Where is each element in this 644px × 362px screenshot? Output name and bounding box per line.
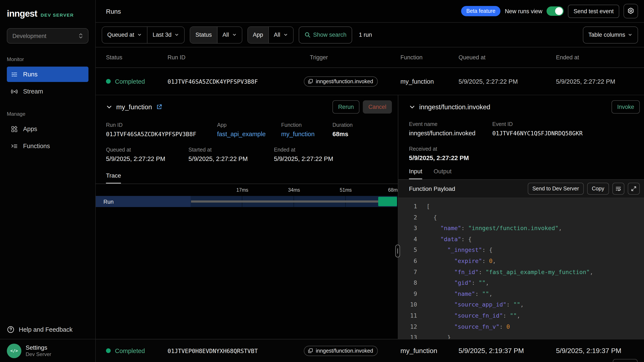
page-title: Runs (106, 7, 121, 15)
run-count: 1 run (359, 32, 372, 38)
run-id-field: Run ID 01JTVF46SA5ZCDK4YPFSPV3B8F (106, 122, 217, 138)
status-filter-value[interactable]: All (217, 27, 242, 43)
beta-feature-badge[interactable]: Beta feature (461, 6, 501, 16)
payload-title: Function Payload (409, 185, 455, 192)
app-value-text: All (274, 32, 280, 38)
trace-run-row[interactable]: Run (96, 196, 398, 207)
trigger-cell: inngest/function.invoked (304, 346, 400, 356)
trace-tab-bar: Trace (96, 172, 398, 184)
rerun-button[interactable]: Rerun (332, 100, 360, 114)
dev-server-avatar: </> (7, 344, 21, 358)
code-line: 6 "expire": 0, (398, 256, 644, 267)
code-line: 8 "gid": "", (398, 277, 644, 288)
trigger-pill[interactable]: inngest/function.invoked (304, 76, 378, 86)
line-number: 8 (398, 277, 417, 288)
code-text: "_inngest": { (426, 245, 492, 256)
show-search-button[interactable]: Show search (298, 26, 352, 43)
word-wrap-button[interactable] (612, 183, 624, 195)
col-header-status[interactable]: Status (106, 54, 168, 61)
chevron-down-icon (628, 32, 632, 37)
settings-gear-button[interactable] (624, 4, 638, 18)
environment-select[interactable]: Development (7, 28, 88, 43)
queued-at-label: Queued at (106, 147, 188, 153)
new-runs-view-label: New runs view (505, 8, 542, 14)
code-text: [ (426, 201, 430, 212)
col-header-trigger[interactable]: Trigger (304, 54, 400, 61)
external-link-icon[interactable] (156, 104, 162, 110)
line-number: 2 (398, 212, 417, 223)
time-range-filter[interactable]: Last 3d (148, 27, 184, 43)
line-number: 5 (398, 245, 417, 256)
collapse-chevron-icon[interactable] (409, 104, 415, 110)
filter-bar: Queued at Last 3d Status All (96, 23, 644, 47)
new-runs-view-toggle[interactable] (546, 6, 564, 16)
function-cell: my_function (400, 347, 458, 355)
copy-button[interactable]: Copy (587, 183, 609, 195)
function-link[interactable]: my_function (281, 131, 332, 138)
table-columns-label: Table columns (588, 32, 625, 38)
sidebar-item-label: Runs (23, 71, 38, 78)
code-text: "data": { (426, 234, 472, 245)
run-detail-header: my_function Rerun Cancel (96, 95, 398, 114)
table-row[interactable]: Completed 01JTVF46SA5ZCDK4YPFSPV3B8F inn… (96, 68, 644, 95)
tab-trace[interactable]: Trace (106, 172, 121, 183)
collapse-chevron-icon[interactable] (106, 104, 112, 110)
trace-duration-line (191, 200, 378, 202)
col-header-queued-at[interactable]: Queued at (458, 54, 556, 61)
settings-entry[interactable]: </> Settings Dev Server (0, 339, 95, 362)
inngest-logo: inngest (7, 8, 37, 19)
run-id-value: 01JTVF46SA5ZCDK4YPFSPV3B8F (106, 131, 217, 138)
table-row[interactable]: Completed 01JTVEP0H8EVDNYXH68QRSTVBT inn… (96, 339, 644, 362)
col-header-function[interactable]: Function (400, 54, 458, 61)
code-text: } (426, 332, 451, 339)
payload-header: Function Payload Send to Dev Server Copy (398, 180, 644, 198)
event-id-field: Event ID 01JTVF46NYC1QSFJDNRDQ58GKR (492, 121, 583, 137)
run-meta-row-2: Queued at 5/9/2025, 2:27:22 PM Started a… (106, 147, 392, 162)
table-columns-button[interactable]: Table columns (583, 26, 638, 43)
timeline-gridline (397, 196, 398, 207)
col-header-ended-at[interactable]: Ended at (556, 54, 644, 61)
code-text: "source_fn_id": "", (426, 310, 520, 321)
help-and-feedback[interactable]: Help and Feedback (0, 320, 95, 339)
queued-at-cell: 5/9/2025, 2:19:37 PM (458, 347, 556, 355)
word-wrap-icon (615, 186, 621, 192)
payload-code-editor[interactable]: 1[2 {3 "name": "inngest/function.invoked… (398, 198, 644, 339)
sidebar-item-apps[interactable]: Apps (7, 121, 88, 137)
status-label-text: Status (196, 32, 212, 38)
trigger-label: inngest/function.invoked (316, 348, 373, 354)
queued-at-filter[interactable]: Queued at (102, 27, 147, 43)
tab-output[interactable]: Output (434, 168, 452, 179)
status-dot-completed (106, 348, 111, 353)
code-text: "name": "", (426, 289, 492, 299)
trigger-pill[interactable]: inngest/function.invoked (304, 346, 378, 356)
app-filter-value[interactable]: All (268, 27, 293, 43)
trace-execution-bar (378, 197, 397, 206)
app-link[interactable]: fast_api_example (217, 131, 281, 138)
sidebar-item-functions[interactable]: Functions (7, 138, 88, 154)
code-line: 12 "source_fn_v": 0 (398, 321, 644, 332)
ended-at-field: Ended at 5/9/2025, 2:27:22 PM (274, 147, 333, 162)
panel-resize-handle[interactable] (395, 245, 400, 257)
code-text: "expire": 0, (426, 256, 496, 267)
cutoff-button[interactable] (613, 359, 638, 362)
sidebar-item-runs[interactable]: Runs (7, 67, 88, 82)
sidebar-section-manage: Manage (0, 111, 95, 117)
col-header-run-id[interactable]: Run ID (168, 54, 304, 61)
event-name-field: Event name inngest/function.invoked (409, 121, 492, 137)
expand-payload-button[interactable] (628, 183, 640, 195)
trigger-cell: inngest/function.invoked (304, 76, 400, 86)
code-text: "source_fn_v": 0 (426, 321, 510, 332)
invoke-button[interactable]: Invoke (612, 100, 640, 114)
ended-at-label: Ended at (274, 147, 333, 153)
sidebar-item-stream[interactable]: Stream (7, 84, 88, 99)
send-to-dev-server-button[interactable]: Send to Dev Server (528, 183, 584, 195)
run-meta: Run ID 01JTVF46SA5ZCDK4YPFSPV3B8F App fa… (96, 114, 398, 162)
trace-timeline: 17ms34ms51ms68ms Run (96, 184, 398, 207)
timeline-ticks: 17ms34ms51ms68ms (190, 187, 398, 195)
run-id: 01JTVEP0H8EVDNYXH68QRSTVBT (168, 347, 304, 354)
payload-buttons: Send to Dev Server Copy (528, 183, 640, 195)
status-dot-completed (106, 79, 111, 84)
cancel-button[interactable]: Cancel (363, 100, 392, 114)
send-test-event-button[interactable]: Send test event (568, 4, 619, 18)
tab-input[interactable]: Input (409, 168, 422, 179)
